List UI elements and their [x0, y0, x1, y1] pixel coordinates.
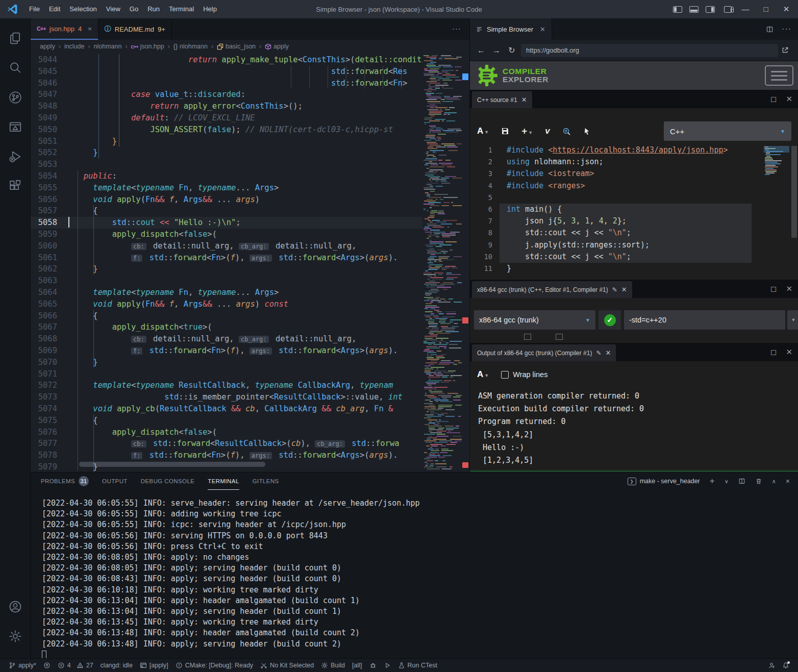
forward-icon[interactable]: → — [490, 46, 503, 55]
status-item-apply-[interactable]: apply* — [5, 659, 40, 672]
maximize-pane-icon[interactable]: ◻ — [770, 284, 777, 293]
menu-go[interactable]: Go — [125, 0, 143, 18]
status-item-clangd-idle[interactable]: clangd: idle — [97, 659, 136, 672]
close-icon[interactable]: ✕ — [521, 96, 527, 104]
customize-layout-icon[interactable] — [724, 6, 732, 13]
status-item--apply-[interactable]: [apply] — [136, 659, 172, 672]
panel-tab-problems[interactable]: PROBLEMS31 — [41, 472, 89, 490]
status-item[interactable] — [366, 659, 380, 672]
sidebar-item-explorer-icon[interactable] — [3, 26, 28, 51]
back-icon[interactable]: ← — [475, 46, 487, 55]
rename-icon[interactable]: ✎ — [612, 286, 617, 293]
more-actions-icon[interactable]: ··· — [782, 24, 791, 34]
vim-mode-icon[interactable]: v — [545, 126, 550, 136]
maximize-pane-icon[interactable]: ◻ — [770, 94, 777, 104]
source-pane-tab[interactable]: C++ source #1✕ — [472, 91, 532, 108]
menu-view[interactable]: View — [102, 0, 125, 18]
menu-terminal[interactable]: Terminal — [164, 0, 198, 18]
breadcrumb-item-apply[interactable]: apply — [40, 43, 55, 50]
status-item-cmake-debug-ready[interactable]: CMake: [Debug]: Ready — [172, 659, 257, 672]
status-bell-button[interactable] — [779, 659, 793, 672]
close-pane-icon[interactable]: ✕ — [786, 284, 792, 293]
compiler-explorer-wordmark[interactable]: COMPILER EXPLORER — [503, 67, 548, 84]
panel-tab-gitlens[interactable]: GITLENS — [253, 472, 279, 490]
open-external-icon[interactable] — [781, 46, 793, 54]
compiler-select[interactable]: x86-64 gcc (trunk) ▼ — [474, 310, 595, 330]
close-button[interactable]: ✕ — [780, 0, 793, 18]
language-select[interactable]: C++ ▼ — [664, 121, 791, 141]
panel-tab-debug-console[interactable]: DEBUG CONSOLE — [141, 472, 195, 490]
cursor-tool-icon[interactable] — [583, 128, 591, 135]
status-item[interactable] — [380, 659, 394, 672]
maximize-panel-icon[interactable]: ∧ — [772, 478, 776, 485]
editor-tab-README.md[interactable]: ⓘREADME.md9+ — [98, 18, 172, 40]
close-tab-icon[interactable]: ✕ — [540, 26, 545, 33]
sidebar-item-search-icon[interactable] — [3, 55, 28, 81]
maximize-pane-icon[interactable]: ◻ — [770, 347, 777, 357]
sidebar-item-run-preview-icon[interactable] — [3, 114, 28, 140]
save-icon[interactable] — [501, 127, 509, 135]
toggle-sidebar-icon[interactable] — [673, 6, 682, 13]
minimap[interactable] — [422, 53, 462, 472]
options-dropdown-icon[interactable]: ▼ — [787, 310, 798, 330]
output-pane-tab[interactable]: Output of x86-64 gcc (trunk) (Compiler #… — [472, 344, 616, 361]
split-editor-icon[interactable] — [766, 26, 774, 33]
terminal-dropdown-icon[interactable]: ∨ — [725, 478, 729, 485]
new-terminal-icon[interactable]: + — [710, 476, 715, 486]
terminal-content[interactable]: [2022-04-30 06:05:55] INFO: serve_header… — [31, 490, 798, 659]
panel-tab-terminal[interactable]: TERMINAL — [208, 472, 239, 490]
close-icon[interactable]: ✕ — [605, 349, 611, 357]
breadcrumb-item-basic_json[interactable]: basic_json — [217, 43, 256, 50]
compiler-pane-tab[interactable]: x86-64 gcc (trunk) (C++, Editor #1, Comp… — [472, 281, 632, 298]
menu-selection[interactable]: Selection — [65, 0, 101, 18]
editor-tab-json.hpp[interactable]: C++json.hpp4× — [31, 18, 98, 40]
close-pane-icon[interactable]: ✕ — [786, 347, 792, 357]
sidebar-item-extensions-icon[interactable] — [3, 173, 28, 199]
menu-help[interactable]: Help — [198, 0, 221, 18]
sidebar-item-source-control-icon[interactable] — [3, 85, 28, 110]
add-icon[interactable]: +▼ — [521, 126, 533, 137]
godbolt-code[interactable]: 1#include <https://localhost:8443/apply/… — [470, 144, 791, 278]
panel-tab-output[interactable]: OUTPUT — [102, 472, 128, 490]
breadcrumb-item-include[interactable]: include — [64, 43, 85, 50]
godbolt-minimap[interactable] — [764, 146, 789, 176]
toggle-panel-icon[interactable] — [689, 6, 699, 13]
close-icon[interactable]: ✕ — [621, 286, 627, 293]
tab-simple-browser[interactable]: Simple Browser ✕ — [470, 18, 552, 40]
horizontal-scrollbar[interactable] — [79, 462, 265, 467]
status-item-no-kit-selected[interactable]: No Kit Selected — [257, 659, 317, 672]
toggle-secondary-sidebar-icon[interactable] — [706, 6, 715, 13]
close-tab-icon[interactable]: × — [88, 25, 92, 33]
status-item-run-ctest[interactable]: Run CTest — [394, 659, 441, 672]
rename-icon[interactable]: ✎ — [596, 350, 601, 357]
tab-actions-more-icon[interactable]: ··· — [444, 18, 469, 40]
status-person-button[interactable] — [764, 659, 779, 672]
maximize-button[interactable]: □ — [759, 0, 772, 18]
kill-terminal-icon[interactable] — [755, 478, 762, 485]
accounts-icon[interactable] — [3, 594, 28, 619]
close-panel-icon[interactable]: × — [786, 477, 790, 485]
url-input[interactable]: https://godbolt.org — [521, 44, 778, 57]
breadcrumb-item-nlohmann[interactable]: nlohmann — [94, 43, 122, 50]
godbolt-scrollbar[interactable] — [791, 146, 797, 238]
menu-run[interactable]: Run — [143, 0, 164, 18]
minimize-button[interactable]: — — [739, 0, 752, 18]
reload-icon[interactable]: ↻ — [506, 45, 518, 55]
sidebar-item-run-and-debug-icon[interactable] — [3, 144, 28, 169]
menu-file[interactable]: File — [24, 0, 44, 18]
status-item-build[interactable]: Build — [317, 659, 348, 672]
hamburger-menu-icon[interactable] — [765, 65, 793, 86]
menu-edit[interactable]: Edit — [44, 0, 65, 18]
status-item[interactable] — [40, 659, 54, 672]
zoom-icon[interactable] — [562, 127, 571, 136]
breadcrumb-item-nlohmann[interactable]: {}nlohmann — [173, 43, 208, 50]
code-editor[interactable]: 5044 return apply_make_tuple<ConstThis>(… — [31, 53, 422, 472]
compiler-options-input[interactable]: -std=c++20 — [624, 310, 785, 330]
status-item-4[interactable]: 427 — [54, 659, 97, 672]
terminal-picker[interactable]: ❯ make - serve_header — [628, 478, 700, 485]
wrap-lines-checkbox[interactable]: Wrap lines — [501, 370, 547, 379]
breadcrumb-item-json.hpp[interactable]: C++json.hpp — [131, 43, 164, 50]
split-terminal-icon[interactable] — [738, 478, 745, 485]
font-size-icon[interactable]: A▼ — [477, 369, 489, 380]
status-item--all-[interactable]: [all] — [348, 659, 365, 672]
